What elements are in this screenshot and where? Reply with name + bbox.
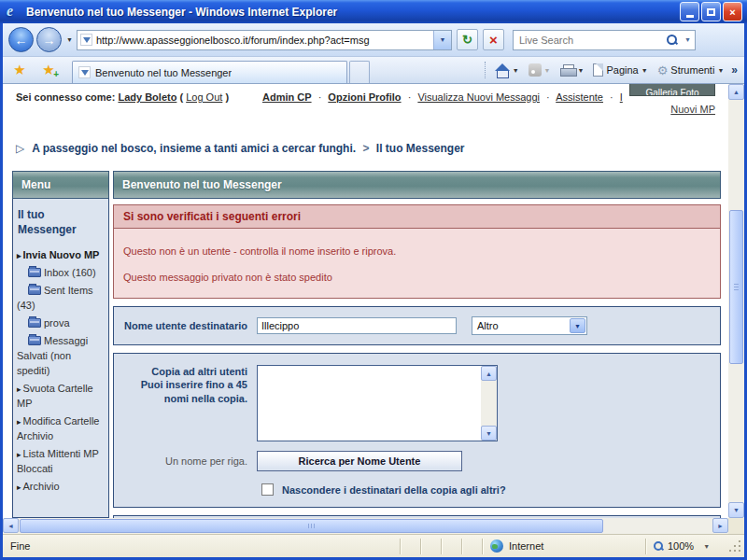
minimize-icon	[686, 15, 694, 18]
refresh-icon: ↻	[462, 33, 472, 47]
sidebar-item-sent-items[interactable]: Sent Items (43)	[17, 284, 106, 314]
vertical-scroll-thumb[interactable]	[729, 210, 743, 364]
scroll-right-icon: ►	[717, 523, 724, 529]
link-truncated[interactable]: I	[620, 91, 623, 103]
plus-icon: +	[53, 69, 59, 79]
main-panel: Benvenuto nel tuo Messenger Si sono veri…	[113, 171, 721, 518]
zone-label: Internet	[509, 540, 543, 552]
feeds-dropdown-icon: ▼	[544, 67, 551, 74]
stop-icon: ×	[489, 32, 498, 48]
sidebar-item-inbox[interactable]: Inbox (160)	[17, 266, 106, 281]
breadcrumb-current: Il tuo Messenger	[376, 142, 465, 155]
live-search-box[interactable]: ▼	[513, 30, 696, 50]
stop-button[interactable]: ×	[483, 29, 504, 50]
folder-icon	[28, 336, 41, 345]
one-per-line-label: Un nome per riga.	[121, 455, 257, 468]
recipient-label: Nome utente destinatario	[121, 319, 257, 332]
close-button[interactable]: ×	[723, 2, 742, 21]
scroll-left-button[interactable]: ◄	[3, 518, 19, 533]
select-arrow-icon: ▼	[570, 318, 585, 333]
page-menu-button[interactable]: Pagina ▼	[588, 60, 652, 80]
add-favorite-button[interactable]: ★ +	[37, 59, 60, 81]
horizontal-scrollbar[interactable]: ◄ ►	[3, 518, 728, 534]
tab-favicon	[78, 66, 91, 78]
url-dropdown-button[interactable]: ▼	[433, 31, 451, 49]
logout-link[interactable]: Log Out	[186, 91, 222, 103]
tab-messenger[interactable]: Benvenuto nel tuo Messenger	[72, 61, 347, 83]
zoom-magnifier-icon	[654, 541, 664, 552]
link-separator: ·	[318, 91, 322, 103]
sidebar-item-lista-mittenti[interactable]: ▸Lista Mittenti MP Bloccati	[17, 447, 106, 477]
copy-users-textarea[interactable]	[258, 366, 481, 441]
scroll-down-icon[interactable]: ▼	[481, 426, 497, 441]
address-bar[interactable]: ▼	[77, 30, 452, 50]
home-button[interactable]: ▼	[491, 60, 524, 80]
scroll-right-button[interactable]: ►	[712, 518, 728, 533]
sidebar-item-prova[interactable]: prova	[17, 316, 106, 331]
refresh-button[interactable]: ↻	[457, 29, 478, 50]
tools-menu-button[interactable]: ⚙ Strumenti ▼	[653, 60, 729, 80]
toolbar-overflow-button[interactable]: »	[728, 63, 740, 77]
scroll-up-button[interactable]: ▲	[728, 84, 744, 100]
hide-recipients-checkbox[interactable]	[261, 483, 274, 496]
scroll-down-button[interactable]: ▼	[728, 502, 744, 518]
window-title: Benvenuto nel tuo Messenger - Windows In…	[26, 6, 680, 19]
hide-recipients-label: Nascondere i destinatari della copia agl…	[282, 484, 506, 496]
sidebar-item-label: Svuota Cartelle MP	[17, 383, 93, 409]
error-box: Si sono verificati i seguenti errori Que…	[113, 204, 721, 299]
main-panel-header: Benvenuto nel tuo Messenger	[113, 171, 721, 199]
minimize-button[interactable]	[680, 2, 699, 21]
galleria-foto-button[interactable]: Galleria Foto	[629, 84, 715, 96]
print-button[interactable]: ▼	[556, 60, 589, 80]
recipient-input[interactable]	[257, 317, 457, 334]
user-bar: Sei connesso come: Lady Boleto ( Log Out…	[3, 84, 728, 138]
sidebar-item-archivio[interactable]: ▸Archivio	[17, 480, 106, 495]
nuovi-mp-link[interactable]: Nuovi MP	[670, 104, 715, 115]
horizontal-scroll-thumb[interactable]	[20, 519, 603, 533]
select-value: Altro	[477, 320, 499, 331]
search-username-button[interactable]: Ricerca per Nome Utente	[257, 451, 462, 471]
link-visualizza-nuovi-messaggi[interactable]: Visualizza Nuovi Messaggi	[417, 91, 540, 103]
search-input[interactable]	[514, 35, 667, 46]
favorites-button[interactable]: ★	[8, 59, 31, 81]
textarea-scrollbar[interactable]: ▲ ▼	[481, 366, 497, 441]
sidebar-item-invia-nuovo-mp[interactable]: ▸Invia Nuovo MP	[17, 248, 106, 263]
recipient-type-select[interactable]: Altro ▼	[472, 316, 587, 335]
link-admin-cp[interactable]: Admin CP	[262, 91, 312, 103]
scroll-down-icon: ▼	[733, 507, 740, 513]
vertical-scrollbar[interactable]: ▲ ▼	[728, 84, 744, 518]
bullet-arrow-icon: ▸	[17, 417, 21, 427]
tools-menu-label: Strumenti	[670, 64, 714, 76]
link-separator: ·	[546, 91, 550, 103]
folder-icon	[28, 318, 41, 328]
url-input[interactable]	[92, 35, 433, 46]
sidebar-header: Menu	[12, 171, 109, 199]
sidebar-section-title: Il tuo Messenger	[18, 207, 105, 237]
breadcrumb-forum-link[interactable]: A passeggio nel bosco, insieme a tanti a…	[32, 142, 356, 155]
scroll-up-icon: ▲	[733, 89, 740, 95]
link-assistente[interactable]: Assistente	[556, 91, 603, 103]
zoom-control[interactable]: 100% ▼	[645, 539, 727, 554]
link-opzioni-profilo[interactable]: Opzioni Profilo	[328, 91, 401, 103]
feeds-button[interactable]: ▼	[524, 60, 556, 80]
history-dropdown[interactable]: ▼	[66, 36, 73, 43]
scroll-up-icon[interactable]: ▲	[481, 366, 497, 381]
sidebar-item-svuota-cartelle[interactable]: ▸Svuota Cartelle MP	[17, 382, 106, 412]
new-tab-button[interactable]	[349, 61, 370, 83]
sidebar-item-modifica-cartelle[interactable]: ▸Modifica Cartelle Archivio	[17, 414, 106, 444]
username-link[interactable]: Lady Boleto	[118, 91, 176, 103]
bullet-arrow-icon: ▸	[17, 483, 21, 492]
back-button[interactable]: ←	[8, 27, 34, 52]
close-icon: ×	[729, 7, 735, 18]
sidebar-item-messaggi-salvati[interactable]: Messaggi Salvati (non spediti)	[17, 334, 106, 379]
forward-button[interactable]: →	[36, 27, 62, 52]
maximize-button[interactable]	[701, 2, 721, 21]
resize-grip[interactable]	[727, 539, 742, 553]
search-dropdown[interactable]: ▼	[681, 36, 695, 43]
main-panel-body: Si sono verificati i seguenti errori Que…	[113, 199, 721, 518]
folder-icon	[28, 268, 41, 277]
search-icon[interactable]	[667, 35, 677, 45]
thumb-grip	[734, 284, 739, 291]
back-icon: ←	[15, 33, 28, 48]
error-box-title: Si sono verificati i seguenti errori	[114, 205, 720, 229]
